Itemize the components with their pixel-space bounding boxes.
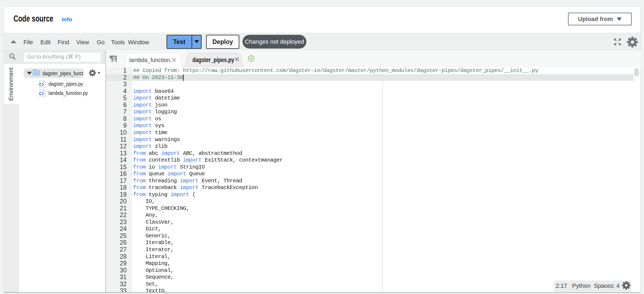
svg-text:dagster_pipes.py: dagster_pipes.py <box>192 56 234 63</box>
svg-text:lambda_function.: lambda_function. <box>129 57 171 63</box>
